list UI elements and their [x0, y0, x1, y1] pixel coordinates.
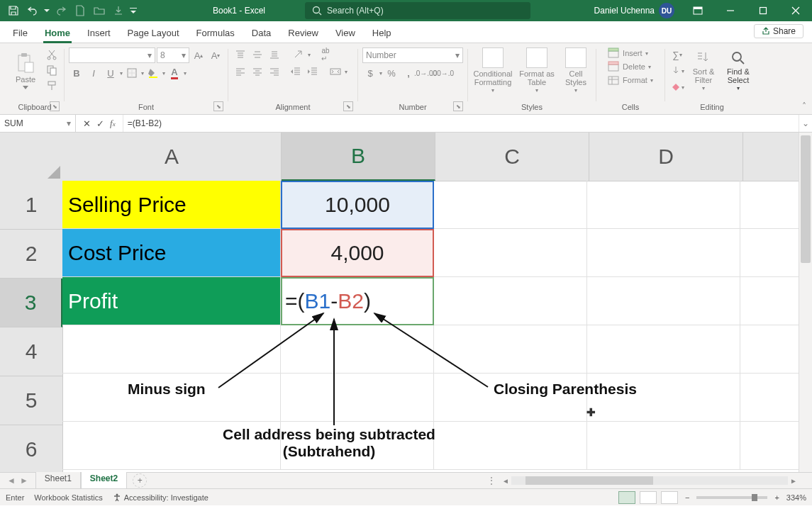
- save-icon[interactable]: [4, 1, 23, 20]
- sheet-tab-sheet2[interactable]: Sheet2: [81, 472, 127, 490]
- collapse-ribbon-icon[interactable]: ˄: [802, 101, 806, 111]
- font-color-icon[interactable]: A: [167, 66, 182, 80]
- tab-help[interactable]: Help: [371, 24, 393, 43]
- align-center-icon[interactable]: [250, 64, 265, 79]
- number-launcher-icon[interactable]: ⬊: [453, 101, 463, 111]
- cell-c4[interactable]: [434, 325, 587, 374]
- cell-c3[interactable]: [434, 277, 587, 325]
- cell-b2[interactable]: 4,000: [281, 229, 434, 277]
- row-header-1[interactable]: 1: [0, 181, 62, 230]
- row-header-2[interactable]: 2: [0, 230, 62, 279]
- undo-icon[interactable]: [23, 1, 42, 20]
- tab-formulas[interactable]: Formulas: [195, 24, 236, 43]
- tab-file[interactable]: File: [11, 24, 29, 43]
- share-button[interactable]: Share: [754, 24, 803, 38]
- minimize-icon[interactable]: [714, 0, 747, 21]
- cell-b5[interactable]: [281, 374, 434, 422]
- tab-review[interactable]: Review: [287, 24, 320, 43]
- format-cells-button[interactable]: Format ▾: [608, 74, 653, 86]
- sheet-nav-next-icon[interactable]: ►: [20, 476, 28, 486]
- cell-a3[interactable]: Profit: [62, 277, 281, 325]
- cell-c2[interactable]: [434, 229, 587, 277]
- clear-icon[interactable]: ▾: [669, 80, 685, 94]
- expand-formula-bar-icon[interactable]: ⌄: [799, 115, 812, 132]
- touch-mode-icon[interactable]: [109, 1, 128, 20]
- cell-d1[interactable]: [587, 181, 740, 229]
- undo-dropdown-icon[interactable]: [43, 1, 51, 20]
- decrease-font-icon[interactable]: A▾: [208, 48, 223, 62]
- align-middle-icon[interactable]: [250, 47, 265, 62]
- italic-button[interactable]: I: [86, 66, 101, 80]
- underline-button[interactable]: U: [103, 66, 118, 80]
- cell-d3[interactable]: [587, 277, 740, 325]
- new-file-icon[interactable]: [71, 1, 89, 20]
- qat-customize-icon[interactable]: [128, 1, 138, 20]
- font-launcher-icon[interactable]: ⬊: [213, 101, 223, 111]
- normal-view-icon[interactable]: [618, 491, 635, 504]
- align-left-icon[interactable]: [233, 64, 248, 79]
- cancel-formula-icon[interactable]: ✕: [83, 118, 91, 129]
- cell-d6[interactable]: [587, 422, 740, 470]
- vertical-scrollbar[interactable]: [799, 133, 812, 472]
- sort-filter-button[interactable]: Sort & Filter▾: [688, 47, 719, 94]
- tab-view[interactable]: View: [334, 24, 357, 43]
- number-format-combo[interactable]: Number▾: [362, 47, 463, 63]
- cell-b1[interactable]: 10,000: [281, 181, 434, 229]
- fill-color-icon[interactable]: [145, 66, 161, 80]
- insert-cells-button[interactable]: Insert ▾: [608, 47, 653, 59]
- cut-icon[interactable]: [44, 47, 60, 62]
- col-header-c[interactable]: C: [435, 133, 589, 181]
- find-select-button[interactable]: Find & Select▾: [722, 47, 755, 94]
- row-header-3[interactable]: 3: [0, 279, 62, 327]
- insert-function-icon[interactable]: fx: [110, 118, 116, 129]
- maximize-icon[interactable]: [747, 0, 779, 21]
- row-header-4[interactable]: 4: [0, 327, 62, 376]
- col-header-d[interactable]: D: [589, 133, 743, 181]
- select-all-corner[interactable]: [0, 133, 63, 181]
- tab-data[interactable]: Data: [250, 24, 272, 43]
- zoom-level[interactable]: 334%: [786, 493, 806, 502]
- close-icon[interactable]: [779, 0, 812, 21]
- row-header-5[interactable]: 5: [0, 376, 62, 425]
- autosum-icon[interactable]: ∑ ▾: [669, 47, 685, 62]
- cell-a4[interactable]: [62, 325, 281, 374]
- redo-icon[interactable]: [52, 1, 70, 20]
- font-size-combo[interactable]: 8▾: [157, 47, 189, 63]
- increase-indent-icon[interactable]: [305, 64, 321, 79]
- accounting-format-icon[interactable]: $: [362, 66, 378, 80]
- clipboard-launcher-icon[interactable]: ⬊: [50, 101, 60, 111]
- increase-font-icon[interactable]: A▴: [191, 48, 206, 62]
- horizontal-scrollbar[interactable]: ⋮ ◄►: [487, 476, 799, 486]
- worksheet-grid[interactable]: A B C D 1 2 3 4 5 6 Selling Price 10,000…: [0, 133, 812, 472]
- cell-d4[interactable]: [587, 325, 740, 374]
- ribbon-display-icon[interactable]: [682, 0, 714, 21]
- cell-b4[interactable]: [281, 325, 434, 374]
- zoom-in-icon[interactable]: +: [772, 493, 782, 502]
- format-painter-icon[interactable]: [44, 79, 60, 93]
- alignment-launcher-icon[interactable]: ⬊: [343, 101, 353, 111]
- sheet-tab-sheet1[interactable]: Sheet1: [35, 472, 81, 490]
- borders-icon[interactable]: [124, 66, 140, 80]
- col-header-b[interactable]: B: [282, 133, 435, 181]
- page-break-view-icon[interactable]: [661, 491, 678, 504]
- percent-format-icon[interactable]: %: [384, 66, 399, 80]
- open-file-icon[interactable]: [90, 1, 109, 20]
- format-as-table-button[interactable]: Format as Table▾: [516, 47, 557, 94]
- add-sheet-icon[interactable]: +: [133, 473, 147, 488]
- cell-d2[interactable]: [587, 229, 740, 277]
- bold-button[interactable]: B: [69, 66, 84, 80]
- cell-a2[interactable]: Cost Price: [62, 229, 281, 277]
- col-header-a[interactable]: A: [62, 133, 282, 181]
- name-box[interactable]: SUM▾: [0, 115, 76, 132]
- delete-cells-button[interactable]: Delete ▾: [608, 61, 653, 72]
- accessibility-button[interactable]: Accessibility: Investigate: [113, 493, 208, 502]
- cell-a1[interactable]: Selling Price: [62, 181, 281, 229]
- font-name-combo[interactable]: ▾: [69, 47, 155, 63]
- account-button[interactable]: Daniel Uchenna DU: [587, 3, 682, 18]
- cell-b3[interactable]: =(B1-B2): [281, 277, 434, 325]
- cell-styles-button[interactable]: Cell Styles▾: [560, 47, 591, 94]
- formula-input[interactable]: =(B1-B2): [123, 115, 799, 132]
- tab-home[interactable]: Home: [43, 24, 72, 43]
- fill-icon[interactable]: ▾: [669, 64, 685, 78]
- sheet-nav-prev-icon[interactable]: ◄: [7, 476, 16, 486]
